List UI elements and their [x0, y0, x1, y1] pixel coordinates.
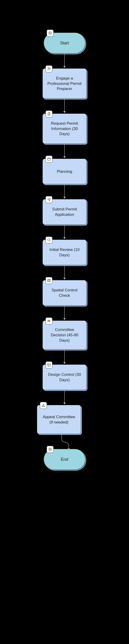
svg-rect-29 — [50, 449, 51, 450]
node-label: Engage a Professional Permit Preparer — [47, 76, 82, 92]
connector — [62, 390, 67, 405]
connector — [62, 350, 67, 364]
svg-rect-22 — [48, 364, 50, 366]
node-request-info[interactable]: Request Permit Information (30 Days) — [42, 114, 87, 144]
svg-rect-7 — [48, 158, 50, 161]
connector — [62, 225, 67, 240]
node-start[interactable]: Start — [44, 32, 85, 54]
connector — [62, 265, 67, 280]
play-icon — [47, 30, 54, 36]
stop-icon — [47, 446, 54, 453]
connector — [62, 98, 67, 114]
connector — [62, 54, 67, 68]
connector — [58, 434, 71, 449]
connector — [62, 184, 67, 199]
people-icon — [45, 318, 52, 324]
node-label: Submit Permit Application — [47, 207, 82, 218]
search-icon — [45, 236, 52, 244]
person-check-icon — [45, 65, 52, 72]
node-design-control[interactable]: Design Control (30 Days) — [42, 364, 87, 390]
svg-point-28 — [49, 448, 51, 451]
connector — [62, 144, 67, 158]
node-engage-preparer[interactable]: Engage a Professional Permit Preparer — [42, 68, 87, 98]
node-label: Request Permit Information (30 Days) — [47, 121, 82, 137]
svg-line-14 — [50, 241, 50, 242]
node-label: Planning — [57, 169, 72, 174]
layout-icon — [45, 362, 52, 368]
node-label: End — [61, 457, 68, 462]
svg-point-19 — [48, 320, 49, 321]
node-submit[interactable]: Submit Permit Application — [42, 199, 87, 225]
svg-point-27 — [43, 406, 43, 406]
node-initial-review[interactable]: Initial Review (10 Days) — [42, 240, 87, 265]
node-label: Spatial Control Check — [47, 288, 82, 298]
svg-point-2 — [48, 68, 49, 68]
node-spatial-check[interactable]: Spatial Control Check — [42, 280, 87, 306]
node-committee-decision[interactable]: Committee Decision (45-90 Days) — [42, 320, 87, 350]
svg-point-0 — [49, 32, 51, 34]
node-appeal[interactable]: Appeal Committee (if needed) — [37, 405, 81, 434]
node-label: Start — [60, 41, 69, 46]
node-end[interactable]: End — [44, 449, 85, 470]
node-planning[interactable]: Planning — [42, 158, 87, 184]
svg-point-13 — [48, 239, 50, 241]
warning-icon — [40, 402, 47, 409]
calendar-icon — [45, 156, 52, 162]
node-label: Committee Decision (45-90 Days) — [47, 327, 82, 343]
node-label: Design Control (30 Days) — [47, 372, 82, 383]
svg-point-20 — [49, 320, 50, 321]
flowchart-container: Start Engage a Professional Permit Prepa… — [0, 0, 129, 493]
document-icon — [45, 110, 52, 118]
map-icon — [45, 277, 52, 284]
send-icon — [45, 196, 52, 203]
node-label: Appeal Committee (if needed) — [41, 414, 77, 425]
node-label: Initial Review (10 Days) — [47, 247, 82, 258]
connector — [62, 306, 67, 320]
